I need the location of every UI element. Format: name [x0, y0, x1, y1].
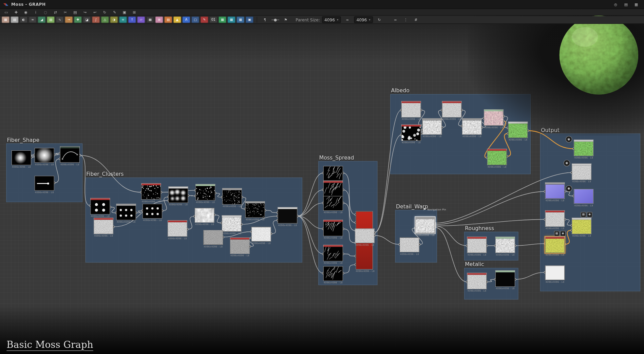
dock-layout-icon[interactable]: ▤: [621, 1, 630, 7]
node-fc5[interactable]: 4096x4096 - L8: [168, 187, 188, 206]
node-o3[interactable]: 4096x4096 - L8: [545, 182, 565, 202]
levels-node-icon[interactable]: ≡: [119, 16, 127, 23]
link-cut-icon[interactable]: ✂: [61, 9, 70, 15]
preview-3d-sphere[interactable]: [558, 15, 639, 95]
link-sizes-icon[interactable]: ∞: [343, 17, 352, 23]
node-al1[interactable]: 4096x4096 - L8: [401, 101, 421, 120]
node-fc8[interactable]: 4096x4096 - L8: [245, 201, 265, 221]
node-r2[interactable]: 4096x4096 - L8: [495, 237, 515, 256]
node-al8[interactable]: 4096x4096 - L8: [487, 149, 507, 168]
info-icon[interactable]: i: [31, 9, 40, 15]
node-fc12[interactable]: 4096x4096 - L8: [222, 215, 242, 235]
node-fc16[interactable]: 4096x4096 - L8: [278, 207, 297, 226]
comment-icon[interactable]: ¶: [260, 17, 269, 23]
node-fc15[interactable]: 4096x4096 - L8: [251, 227, 271, 244]
svg-node-icon[interactable]: ▧: [11, 16, 18, 23]
redo-icon[interactable]: ↻: [100, 9, 109, 15]
node-fc3[interactable]: 4096x4096 - L8: [116, 204, 136, 223]
node-m2[interactable]: 4096x4096 - L8: [495, 271, 515, 290]
node-fc2[interactable]: 4096x4096 - L8: [90, 198, 110, 217]
link-create-icon[interactable]: ⇄: [51, 9, 60, 15]
reroute-icon[interactable]: ↪: [80, 9, 90, 15]
node-o2[interactable]: 4096x4096 - L8◉: [572, 164, 591, 183]
node-dw2[interactable]: 4096x4096 - L8: [400, 238, 419, 255]
node-fc7[interactable]: 4096x4096 - L8: [222, 188, 242, 207]
fx-map-node-icon[interactable]: ▩: [146, 16, 154, 23]
node-fc6[interactable]: 4096x4096 - L8: [195, 184, 215, 203]
node-ms5[interactable]: 4096x4096 - L8: [323, 245, 343, 264]
snap-grid-icon[interactable]: #: [412, 17, 421, 23]
pixel-processor-node-icon[interactable]: ⊞: [155, 16, 163, 23]
fx-view-icon[interactable]: ▣: [120, 9, 129, 15]
node-o4[interactable]: 4096x4096 - L8◉: [574, 189, 593, 207]
node-fs4[interactable]: 4096x4096 - L8: [35, 176, 54, 193]
node-fs1[interactable]: 4096x4096 - L8: [12, 150, 31, 168]
move-tool-icon[interactable]: ✚: [12, 9, 21, 15]
value-01-node-icon[interactable]: 01: [209, 16, 217, 23]
frame-all-icon[interactable]: ⊞: [130, 9, 139, 15]
navigation-pin[interactable]: ⚑ Navigation Pin: [423, 207, 446, 211]
node-al4[interactable]: 4096x4096 - L8: [442, 101, 461, 120]
node-al7[interactable]: 4096x4096 - L8: [508, 122, 528, 141]
curve-node-icon[interactable]: ∫: [92, 16, 100, 23]
blur-node-icon[interactable]: ≈: [29, 16, 37, 23]
node-dw1[interactable]: 4096x4096 - L8: [415, 217, 435, 236]
output-size-select[interactable]: 4096 ▾: [354, 16, 373, 23]
node-ms3[interactable]: 4096x4096 - L8: [323, 196, 343, 213]
bitmap-node-icon[interactable]: ▦: [2, 16, 10, 23]
parent-size-select[interactable]: 4096 ▾: [322, 16, 341, 23]
node-al6[interactable]: 4096x4096 - L8: [484, 109, 504, 129]
frame-select-icon[interactable]: ▭: [2, 9, 11, 15]
normal-node-icon[interactable]: ↑: [128, 16, 136, 23]
pin-view-icon[interactable]: ◎: [611, 1, 620, 7]
node-ms6[interactable]: 4096x4096 - L8: [323, 266, 343, 284]
node-ms4[interactable]: 4096x4096 - L8: [323, 220, 343, 239]
paint-node-icon[interactable]: ✎: [201, 16, 208, 23]
node-r1[interactable]: 4096x4096 - L8: [467, 237, 487, 256]
node-fc9[interactable]: 4096x4096 - L8: [94, 218, 113, 237]
node-fc11[interactable]: 4096x4096 - L8: [195, 208, 214, 226]
node-o7[interactable]: 4096x4096 - L8▦◉: [545, 237, 565, 256]
tile-sampler-node-icon[interactable]: ▦: [219, 16, 226, 23]
emboss-node-icon[interactable]: ◪: [83, 16, 91, 23]
node-o1[interactable]: 4096x4096 - L8◉: [574, 140, 593, 159]
directional-warp-node-icon[interactable]: ⇝: [65, 16, 73, 23]
search-icon[interactable]: ◌: [41, 9, 50, 15]
slope-blur-node-icon[interactable]: ◢: [38, 16, 45, 23]
text-node-icon[interactable]: A: [182, 16, 190, 23]
instance-stack-icon[interactable]: ⋮: [401, 17, 410, 23]
tile-generator-node-icon[interactable]: ▦: [228, 16, 235, 23]
transform-2d-node-icon[interactable]: ▱: [137, 16, 145, 23]
rect-select-node-icon[interactable]: ▢: [191, 16, 199, 23]
panel-grid-icon[interactable]: ▦: [632, 1, 641, 7]
splatter-node-icon[interactable]: ▦: [236, 16, 244, 23]
node-fc14[interactable]: 4096x4096 - L8: [230, 238, 250, 257]
graph-canvas[interactable]: ⚑ Navigation Pin Fiber_ShapeFiber_Cluste…: [0, 0, 644, 354]
node-fc10[interactable]: 4096x4096 - L8: [168, 220, 187, 240]
node-al2[interactable]: 4096x4096 - L8: [401, 125, 421, 144]
grid-snap-icon[interactable]: ▤: [71, 9, 80, 15]
node-fs2[interactable]: 4096x4096 - L8: [35, 148, 54, 166]
node-fc13[interactable]: 4096x4096 - L8: [203, 230, 223, 248]
node-al5[interactable]: 4096x4096 - L8: [462, 118, 482, 138]
node-fs3[interactable]: 4096x4096 - L8: [60, 146, 80, 166]
node-msN[interactable]: 4096x4096 - L8: [355, 228, 375, 246]
snapshot-icon[interactable]: ◉: [21, 9, 31, 15]
undo-icon[interactable]: ↩: [90, 9, 99, 15]
frame-node-icon[interactable]: ▣: [246, 16, 253, 23]
safe-transform-node-icon[interactable]: ▨: [164, 16, 172, 23]
distance-node-icon[interactable]: ✚: [74, 16, 82, 23]
node-m1[interactable]: 4096x4096 - L8: [467, 273, 487, 292]
node-o6[interactable]: 4096x4096 - L8▦◉: [572, 218, 591, 237]
node-o8[interactable]: 4096x4096 - L8: [545, 265, 565, 283]
straighten-link-icon[interactable]: ─●─: [271, 17, 280, 23]
warning-node-icon[interactable]: ▲: [173, 16, 181, 23]
warp-node-icon[interactable]: ∿: [56, 16, 64, 23]
hsl-node-icon[interactable]: ◑: [110, 16, 118, 23]
sharpen-node-icon[interactable]: △: [101, 16, 109, 23]
node-fc1[interactable]: 4096x4096 - L8: [141, 183, 161, 203]
gradient-node-icon[interactable]: ▨: [47, 16, 55, 23]
blend-node-icon[interactable]: ◐: [20, 16, 27, 23]
edit-icon[interactable]: ✎: [110, 9, 119, 15]
node-fc4[interactable]: 4096x4096 - L8: [143, 204, 162, 221]
